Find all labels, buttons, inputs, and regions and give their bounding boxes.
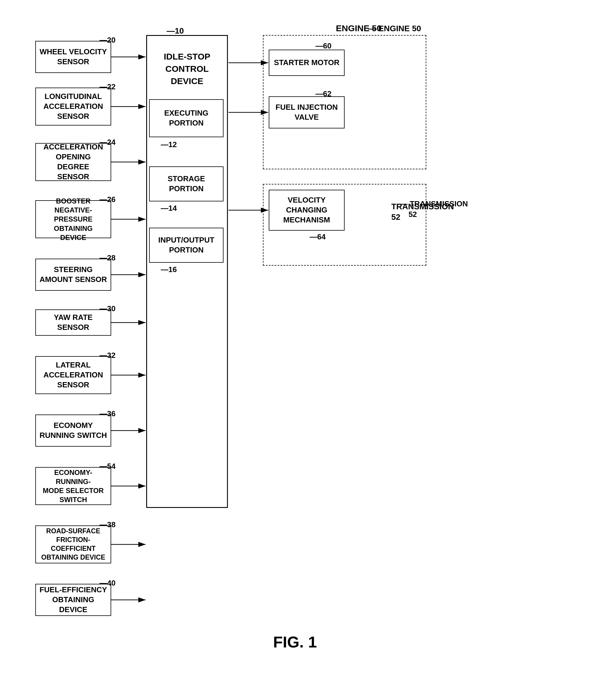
steering-box: STEERINGAMOUNT SENSOR — [35, 259, 111, 291]
executing-label: EXECUTINGPORTION — [164, 108, 209, 128]
wheel-velocity-box: WHEEL VELOCITYSENSOR — [35, 41, 111, 73]
ref-12: —12 — [161, 140, 177, 149]
velocity-changing-label: VELOCITYCHANGINGMECHANISM — [283, 195, 330, 225]
ref-38: —38 — [99, 520, 115, 529]
economy-mode-label: ECONOMY-RUNNING-MODE SELECTORSWITCH — [39, 468, 107, 504]
ref-40: —40 — [99, 579, 115, 588]
road-surface-box: ROAD-SURFACEFRICTION-COEFFICIENTOBTAININ… — [35, 525, 111, 563]
diagram: ENGINE 50 TRANSMISSION 52 IDLE-STOPCONTR… — [18, 17, 572, 660]
input-output-label: INPUT/OUTPUTPORTION — [158, 235, 214, 255]
fuel-efficiency-label: FUEL-EFFICIENCYOBTAINING DEVICE — [39, 585, 107, 614]
acc-opening-box: ACCELERATIONOPENING DEGREESENSOR — [35, 143, 111, 181]
fuel-efficiency-box: FUEL-EFFICIENCYOBTAINING DEVICE — [35, 584, 111, 616]
ref-32: —32 — [99, 351, 115, 360]
figure-label: FIG. 1 — [273, 633, 317, 651]
storage-label: STORAGEPORTION — [168, 174, 205, 194]
ref-62: —62 — [315, 89, 331, 98]
executing-box: EXECUTINGPORTION — [149, 99, 223, 137]
engine-ref-label: — ENGINE 50 — [368, 24, 421, 33]
yaw-rate-label: YAW RATE SENSOR — [39, 313, 107, 333]
lateral-label: LATERALACCELERATIONSENSOR — [43, 360, 103, 390]
ref-24: —24 — [99, 138, 115, 147]
ref-28: —28 — [99, 253, 115, 262]
economy-running-box: ECONOMYRUNNING SWITCH — [35, 415, 111, 447]
wheel-velocity-label: WHEEL VELOCITYSENSOR — [40, 47, 107, 67]
booster-label: BOOSTER NEGATIVE-PRESSURE OBTAININGDEVIC… — [39, 196, 107, 242]
input-output-box: INPUT/OUTPUTPORTION — [149, 228, 223, 263]
steering-label: STEERINGAMOUNT SENSOR — [39, 265, 107, 285]
fuel-injection-box: FUEL INJECTIONVALVE — [269, 96, 345, 128]
transmission-ref-label: — TRANSMISSION 52 — [400, 198, 468, 220]
ref-10: —10 — [167, 26, 184, 35]
longitudinal-box: LONGITUDINALACCELERATIONSENSOR — [35, 88, 111, 125]
ref-64: —64 — [310, 232, 326, 241]
lateral-box: LATERALACCELERATIONSENSOR — [35, 356, 111, 394]
storage-box: STORAGEPORTION — [149, 166, 223, 201]
ref-36: —36 — [99, 409, 115, 418]
starter-motor-label: STARTER MOTOR — [274, 58, 339, 68]
acc-opening-label: ACCELERATIONOPENING DEGREESENSOR — [39, 142, 107, 182]
ref-26: —26 — [99, 195, 115, 204]
starter-motor-box: STARTER MOTOR — [269, 50, 345, 76]
idle-stop-label: IDLE-STOPCONTROLDEVICE — [164, 51, 210, 87]
economy-running-label: ECONOMYRUNNING SWITCH — [39, 421, 107, 440]
economy-mode-box: ECONOMY-RUNNING-MODE SELECTORSWITCH — [35, 467, 111, 505]
ref-60: —60 — [315, 41, 331, 51]
road-surface-label: ROAD-SURFACEFRICTION-COEFFICIENTOBTAININ… — [39, 527, 107, 562]
fuel-injection-label: FUEL INJECTIONVALVE — [276, 102, 337, 122]
yaw-rate-box: YAW RATE SENSOR — [35, 310, 111, 336]
ref-54: —54 — [99, 462, 115, 471]
longitudinal-label: LONGITUDINALACCELERATIONSENSOR — [43, 92, 103, 121]
ref-30: —30 — [99, 304, 115, 313]
ref-20: —20 — [99, 35, 115, 45]
velocity-changing-box: VELOCITYCHANGINGMECHANISM — [269, 190, 345, 231]
booster-box: BOOSTER NEGATIVE-PRESSURE OBTAININGDEVIC… — [35, 200, 111, 238]
ref-14: —14 — [161, 204, 177, 213]
ref-16: —16 — [161, 265, 177, 274]
ref-22: —22 — [99, 82, 115, 91]
